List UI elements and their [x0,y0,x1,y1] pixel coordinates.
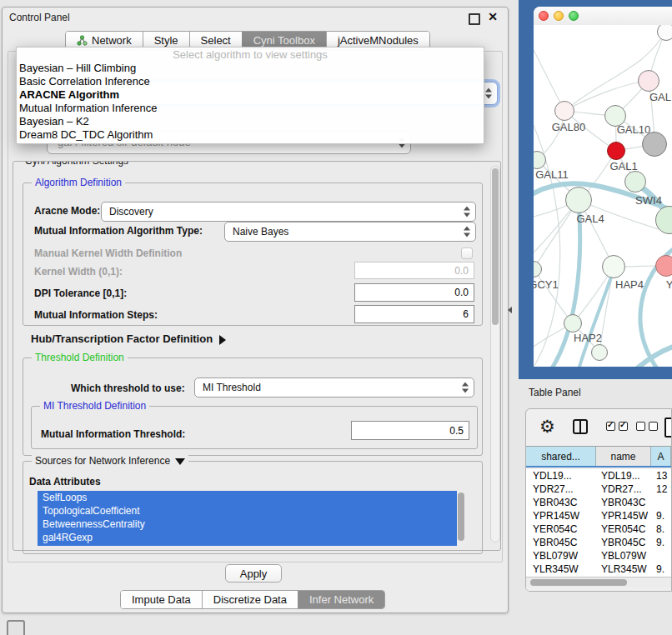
column-header-a[interactable]: A [651,447,671,466]
table-row[interactable]: YDL19...YDL19...13 [526,469,671,482]
column-view-icon[interactable] [573,419,588,434]
network-node-swi4[interactable] [624,171,646,192]
table-row[interactable]: YPR145WYPR145W9. [526,509,671,522]
algorithm-option-basic-correlation-inference[interactable]: Basic Correlation Inference [17,75,484,88]
scrollbar-thumb[interactable] [492,168,499,325]
gear-icon[interactable]: ⚙ [539,417,555,437]
node-label-gal80: GAL80 [552,121,585,133]
zoom-traffic-light-icon[interactable] [569,11,579,21]
node-label-hap4: HAP4 [615,278,644,291]
table-row[interactable]: YBL079WYBL079W [526,549,671,562]
attribute-item-selfloops[interactable]: SelfLoops [38,491,466,504]
table-window-bottom-edge [526,588,671,591]
network-node[interactable] [657,25,672,41]
table-row[interactable]: YBR045CYBR045C9. [526,536,671,549]
table-cell: YBR043C [596,497,651,508]
network-node-gal[interactable] [638,70,659,92]
network-node-hap2[interactable] [564,314,582,332]
algorithm-option-mutual-information-inference[interactable]: Mutual Information Inference [17,102,484,115]
table-row[interactable]: YLR345WYLR345W9. [526,562,671,576]
settings-vertical-scrollbar[interactable] [490,166,500,542]
combo-stepper-icon [462,382,469,393]
network-node[interactable] [591,344,608,361]
document-icon[interactable] [664,418,672,438]
close-icon[interactable]: ✕ [488,10,498,23]
close-traffic-light-icon[interactable] [539,11,549,21]
apply-button-label: Apply [240,568,268,580]
scrollbar-thumb[interactable] [458,492,464,541]
minimize-traffic-light-icon[interactable] [554,11,564,21]
node-label-gal4: GAL4 [576,212,604,225]
network-node-y[interactable] [655,255,672,277]
kernel-width-field[interactable]: 0.0 [354,262,474,279]
mi-threshold-field[interactable]: 0.5 [351,421,469,440]
algorithm-option-bayesian-hill-climbing[interactable]: Bayesian – Hill Climbing [17,62,484,75]
table-cell: 8. [651,523,671,535]
table-cell: YPR145W [596,510,651,522]
column-header-name[interactable]: name [596,447,651,466]
node-label-gcy1: GCY1 [534,278,559,291]
network-node-hap4[interactable] [602,255,625,278]
network-node-gal4[interactable] [565,187,592,213]
apply-button[interactable]: Apply [225,564,282,582]
table-row[interactable]: YDR27...YDR27...12 [526,482,671,496]
algorithm-option-dream8-dc-tdc-algorithm[interactable]: Dream8 DC_TDC Algorithm [17,128,484,142]
manual-kernel-width-checkbox[interactable] [461,248,473,259]
which-threshold-label: Which threshold to use: [71,382,185,394]
select-all-checkbox-icon[interactable] [606,422,628,431]
hub-definition-toggle[interactable]: Hub/Transcription Factor Definition [31,332,226,345]
node-label-gal10: GAL10 [617,123,650,136]
float-panel-icon[interactable] [469,13,480,25]
network-node[interactable] [642,132,667,157]
attribute-item-gal4rgexp[interactable]: gal4RGexp [38,531,466,544]
network-icon [77,35,88,46]
dpi-tolerance-value: 0.0 [454,287,469,298]
corner-button[interactable] [7,620,25,635]
network-node-gal80[interactable] [554,101,574,121]
node-label-y: Y [666,278,672,291]
control-panel-title: Control Panel [9,12,70,23]
sources-group-title[interactable]: Sources for Network Inference [32,455,188,467]
bottom-tab-infer-network[interactable]: Infer Network [298,591,384,608]
algorithm-dropdown-placeholder: Select algorithm to view settings [17,48,484,62]
table-cell: YDR27... [596,483,651,495]
sources-group-title-text: Sources for Network Inference [35,455,170,467]
mi-algorithm-type-value: Naive Bayes [233,226,288,238]
data-attributes-list: SelfLoopsTopologicalCoefficientBetweenne… [38,491,466,546]
aracne-mode-value: Discovery [109,206,153,218]
which-threshold-combobox[interactable]: MI Threshold [194,378,474,398]
network-canvas[interactable]: GALGAL80GAL10GAL1GAL11SWI4GAL4GCY1HAP4YH… [534,25,672,367]
mi-steps-value: 6 [463,308,469,320]
mi-algorithm-type-label: Mutual Information Algorithm Type: [34,225,203,237]
algorithm-option-aracne-algorithm[interactable]: ARACNE Algorithm [17,88,484,102]
bottom-tab-impute-data[interactable]: Impute Data [121,591,202,608]
dpi-tolerance-field[interactable]: 0.0 [354,283,474,302]
unchecked-checkbox-icon [636,422,645,431]
table-row[interactable]: YER054CYER054C8. [526,522,671,536]
table-row[interactable]: YBR043CYBR043C [526,496,671,509]
table-cell: YLR345W [526,563,596,575]
table-horizontal-scrollbar[interactable] [526,577,671,588]
combo-stepper-icon [464,207,470,218]
algorithm-option-bayesian-k2[interactable]: Bayesian – K2 [17,115,484,128]
attribute-item-topologicalcoefficient[interactable]: TopologicalCoefficient [38,504,466,518]
mi-steps-field[interactable]: 6 [354,305,474,323]
aracne-mode-combobox[interactable]: Discovery [101,202,476,222]
data-attributes-label: Data Attributes [29,476,101,488]
mi-steps-label: Mutual Information Steps: [34,309,158,321]
deselect-all-checkbox-icon[interactable] [636,422,658,431]
bottom-tab-discretize-data[interactable]: Discretize Data [202,591,298,608]
table-cell: YBL079W [526,550,596,562]
network-view-window[interactable]: GALGAL80GAL10GAL1GAL11SWI4GAL4GCY1HAP4YH… [534,7,672,367]
which-threshold-value: MI Threshold [203,382,261,393]
tab-label: Impute Data [132,593,191,606]
scrollbar-thumb[interactable] [530,579,627,586]
node-label-gal: GAL [649,91,671,103]
attributes-scrollbar[interactable] [457,491,466,546]
column-header-shared[interactable]: shared... [526,447,596,466]
table-cell: YDL19... [596,470,651,482]
mi-algorithm-type-combobox[interactable]: Naive Bayes [224,222,476,242]
network-node-gal1[interactable] [607,142,625,160]
panel-splitter-handle[interactable] [508,307,512,313]
attribute-item-betweennesscentrality[interactable]: BetweennessCentrality [38,518,466,531]
